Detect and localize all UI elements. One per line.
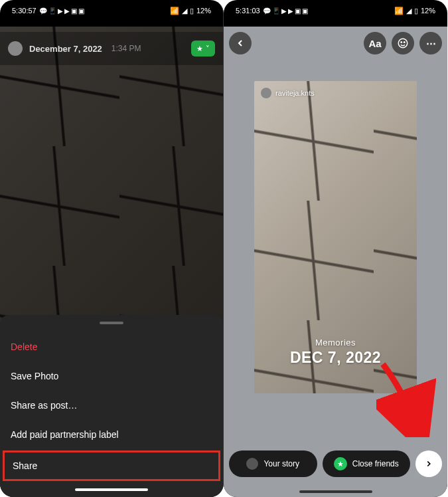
memories-date: DEC 7, 2022	[254, 349, 417, 367]
options-bottom-sheet: Delete Save Photo Share as post… Add pai…	[0, 315, 223, 497]
archive-photo-screen: 5:30:57 💬📱▶▶▣▣ 📶 ◢ ▯ 12% December 7, 202…	[0, 0, 224, 497]
sticker-button[interactable]	[392, 32, 414, 54]
more-options-button[interactable]: ⋯	[419, 32, 442, 54]
battery-icon: ▯	[414, 7, 418, 15]
add-paid-partnership-option[interactable]: Add paid partnership label	[0, 420, 223, 449]
nav-bar	[0, 482, 223, 497]
wifi-icon: 📶	[394, 7, 404, 15]
close-friends-star-icon: ★	[334, 457, 347, 470]
avatar-icon	[246, 458, 258, 470]
wifi-icon: 📶	[170, 7, 179, 15]
svg-point-1	[401, 42, 402, 43]
photo-time: 1:34 PM	[112, 44, 141, 53]
save-photo-option[interactable]: Save Photo	[0, 361, 223, 391]
memories-overlay: Memories DEC 7, 2022	[254, 338, 417, 367]
svg-point-2	[404, 42, 406, 43]
share-option[interactable]: Share	[3, 450, 220, 481]
svg-point-0	[398, 39, 408, 48]
story-share-footer: Your story ★ Close friends	[229, 450, 442, 477]
story-editor-canvas: Aa ⋯ raviteja.knts Memories DEC 7, 2022 …	[224, 27, 447, 497]
status-time: 5:31:03	[236, 7, 260, 15]
story-username-badge: raviteja.knts	[261, 88, 315, 98]
sheet-handle[interactable]	[100, 322, 123, 324]
your-story-label: Your story	[263, 459, 299, 468]
status-bar: 5:30:57 💬📱▶▶▣▣ 📶 ◢ ▯ 12%	[0, 0, 223, 21]
signal-icon: ◢	[182, 7, 187, 15]
signal-icon: ◢	[406, 7, 411, 15]
close-friends-label: Close friends	[352, 459, 399, 468]
text-tool-button[interactable]: Aa	[364, 32, 386, 54]
avatar-icon	[261, 88, 271, 98]
share-as-post-option[interactable]: Share as post…	[0, 391, 223, 420]
next-button[interactable]	[415, 450, 442, 477]
status-notification-icons: 💬📱▶▶▣▣	[39, 7, 84, 15]
battery-percent: 12%	[421, 7, 435, 15]
archive-photo[interactable]	[0, 27, 223, 352]
back-button[interactable]	[229, 32, 252, 54]
status-time: 5:30:57	[12, 7, 37, 15]
story-preview[interactable]: raviteja.knts Memories DEC 7, 2022	[254, 81, 417, 393]
status-notification-icons: 💬📱▶▶▣▣	[263, 7, 308, 15]
nav-handle[interactable]	[299, 490, 372, 493]
username-label: raviteja.knts	[275, 89, 315, 97]
avatar[interactable]	[8, 41, 23, 56]
editor-toolbar: Aa ⋯	[229, 32, 442, 54]
status-bar: 5:31:03 💬📱▶▶▣▣ 📶 ◢ ▯ 12%	[224, 0, 447, 21]
photo-header: December 7, 2022 1:34 PM ★ ˅	[0, 32, 223, 65]
story-editor-screen: 5:31:03 💬📱▶▶▣▣ 📶 ◢ ▯ 12% Aa ⋯	[224, 0, 447, 497]
your-story-button[interactable]: Your story	[229, 450, 317, 477]
nav-handle[interactable]	[75, 488, 148, 491]
photo-date: December 7, 2022	[29, 44, 102, 54]
close-friends-badge[interactable]: ★ ˅	[191, 41, 215, 56]
battery-icon: ▯	[190, 7, 194, 15]
battery-percent: 12%	[196, 7, 211, 15]
delete-option[interactable]: Delete	[0, 332, 223, 361]
close-friends-button[interactable]: ★ Close friends	[323, 450, 411, 477]
memories-label: Memories	[254, 338, 417, 348]
